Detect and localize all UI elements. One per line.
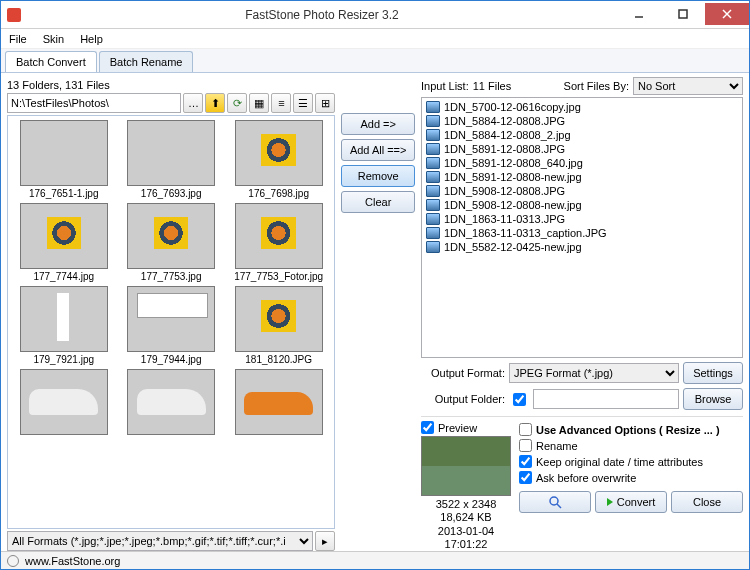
remove-button[interactable]: Remove [341, 165, 415, 187]
output-format-select[interactable]: JPEG Format (*.jpg) [509, 363, 679, 383]
menu-skin[interactable]: Skin [39, 31, 68, 47]
file-list-row[interactable]: 1DN_5884-12-0808.JPG [424, 114, 740, 128]
image-file-icon [426, 185, 440, 197]
svg-rect-1 [679, 10, 687, 18]
file-name: 1DN_5884-12-0808_2.jpg [444, 129, 571, 141]
status-bar: www.FastStone.org [1, 551, 749, 569]
thumbnail-item[interactable]: 179_7944.jpg [119, 286, 222, 365]
rename-checkbox[interactable] [519, 439, 532, 452]
file-name: 1DN_5891-12-0808-new.jpg [444, 171, 582, 183]
image-file-icon [426, 213, 440, 225]
image-file-icon [426, 115, 440, 127]
format-next-icon[interactable]: ▸ [315, 531, 335, 551]
menu-help[interactable]: Help [76, 31, 107, 47]
view-large-icon[interactable]: ▦ [249, 93, 269, 113]
thumbnail-image [235, 203, 323, 269]
magnify-button[interactable] [519, 491, 591, 513]
thumbnail-item[interactable] [227, 369, 330, 437]
rename-label: Rename [536, 440, 578, 452]
window-title: FastStone Photo Resizer 3.2 [27, 8, 617, 22]
output-folder-input[interactable] [533, 389, 679, 409]
image-file-icon [426, 157, 440, 169]
thumbnail-item[interactable]: 181_8120.JPG [227, 286, 330, 365]
file-name: 1DN_5884-12-0808.JPG [444, 115, 565, 127]
menu-file[interactable]: File [5, 31, 31, 47]
browse-folder-button[interactable]: … [183, 93, 203, 113]
file-name: 1DN_5582-12-0425-new.jpg [444, 241, 582, 253]
close-button[interactable] [705, 3, 749, 25]
keep-date-checkbox[interactable] [519, 455, 532, 468]
file-list-row[interactable]: 1DN_5582-12-0425-new.jpg [424, 240, 740, 254]
thumbnail-item[interactable]: 176_7698.jpg [227, 120, 330, 199]
play-icon [607, 498, 613, 506]
view-small-icon[interactable]: ⊞ [315, 93, 335, 113]
add-all-button[interactable]: Add All ==> [341, 139, 415, 161]
ask-overwrite-label: Ask before overwrite [536, 472, 636, 484]
thumbnail-label: 177_7753.jpg [141, 271, 202, 282]
path-input[interactable] [7, 93, 181, 113]
thumbnail-item[interactable] [119, 369, 222, 437]
thumbnail-item[interactable]: 177_7753.jpg [119, 203, 222, 282]
thumbnail-label: 176_7698.jpg [248, 188, 309, 199]
preview-meta: 3522 x 2348 18,624 KB 2013-01-04 17:01:2… [421, 498, 511, 551]
tab-batch-rename[interactable]: Batch Rename [99, 51, 194, 72]
thumbnail-image [20, 286, 108, 352]
thumbnail-image [127, 286, 215, 352]
thumbnail-item[interactable]: 177_7744.jpg [12, 203, 115, 282]
add-button[interactable]: Add => [341, 113, 415, 135]
thumbnail-item[interactable]: 176_7693.jpg [119, 120, 222, 199]
view-list-icon[interactable]: ≡ [271, 93, 291, 113]
thumbnail-grid[interactable]: 176_7651-1.jpg176_7693.jpg176_7698.jpg17… [7, 115, 335, 529]
file-name: 1DN_1863-11-0313.JPG [444, 213, 565, 225]
refresh-icon[interactable]: ⟳ [227, 93, 247, 113]
thumbnail-image [127, 369, 215, 435]
thumbnail-item[interactable]: 179_7921.jpg [12, 286, 115, 365]
image-file-icon [426, 171, 440, 183]
status-url: www.FastStone.org [25, 555, 120, 567]
thumbnail-item[interactable] [12, 369, 115, 437]
thumbnail-item[interactable]: 177_7753_Fotor.jpg [227, 203, 330, 282]
image-file-icon [426, 129, 440, 141]
clear-button[interactable]: Clear [341, 191, 415, 213]
file-name: 1DN_1863-11-0313_caption.JPG [444, 227, 607, 239]
minimize-button[interactable] [617, 3, 661, 25]
folder-summary: 13 Folders, 131 Files [7, 77, 335, 93]
sort-by-select[interactable]: No Sort [633, 77, 743, 95]
settings-button[interactable]: Settings [683, 362, 743, 384]
file-list-row[interactable]: 1DN_5908-12-0808-new.jpg [424, 198, 740, 212]
thumbnail-label: 181_8120.JPG [245, 354, 312, 365]
svg-point-4 [550, 497, 558, 505]
output-folder-checkbox[interactable] [513, 393, 526, 406]
thumbnail-image [235, 120, 323, 186]
file-list-row[interactable]: 1DN_5891-12-0808.JPG [424, 142, 740, 156]
preview-image [421, 436, 511, 496]
advanced-options-checkbox[interactable] [519, 423, 532, 436]
file-list-row[interactable]: 1DN_5700-12-0616copy.jpg [424, 100, 740, 114]
file-list-row[interactable]: 1DN_1863-11-0313_caption.JPG [424, 226, 740, 240]
thumbnail-label: 177_7744.jpg [33, 271, 94, 282]
file-list-row[interactable]: 1DN_5891-12-0808_640.jpg [424, 156, 740, 170]
file-list-row[interactable]: 1DN_1863-11-0313.JPG [424, 212, 740, 226]
thumbnail-label: 179_7921.jpg [33, 354, 94, 365]
convert-button[interactable]: Convert [595, 491, 667, 513]
maximize-button[interactable] [661, 3, 705, 25]
ask-overwrite-checkbox[interactable] [519, 471, 532, 484]
close-app-button[interactable]: Close [671, 491, 743, 513]
advanced-options-label: Use Advanced Options ( Resize ... ) [536, 424, 720, 436]
preview-checkbox[interactable] [421, 421, 434, 434]
image-file-icon [426, 143, 440, 155]
view-details-icon[interactable]: ☰ [293, 93, 313, 113]
sort-by-label: Sort Files By: [564, 80, 629, 92]
thumbnail-item[interactable]: 176_7651-1.jpg [12, 120, 115, 199]
pin-icon[interactable] [7, 555, 19, 567]
format-filter-select[interactable]: All Formats (*.jpg;*.jpe;*.jpeg;*.bmp;*.… [7, 531, 313, 551]
file-list[interactable]: 1DN_5700-12-0616copy.jpg1DN_5884-12-0808… [421, 97, 743, 358]
file-name: 1DN_5891-12-0808.JPG [444, 143, 565, 155]
up-folder-icon[interactable]: ⬆ [205, 93, 225, 113]
tab-batch-convert[interactable]: Batch Convert [5, 51, 97, 72]
image-file-icon [426, 199, 440, 211]
browse-button[interactable]: Browse [683, 388, 743, 410]
file-list-row[interactable]: 1DN_5891-12-0808-new.jpg [424, 170, 740, 184]
file-list-row[interactable]: 1DN_5908-12-0808.JPG [424, 184, 740, 198]
file-list-row[interactable]: 1DN_5884-12-0808_2.jpg [424, 128, 740, 142]
